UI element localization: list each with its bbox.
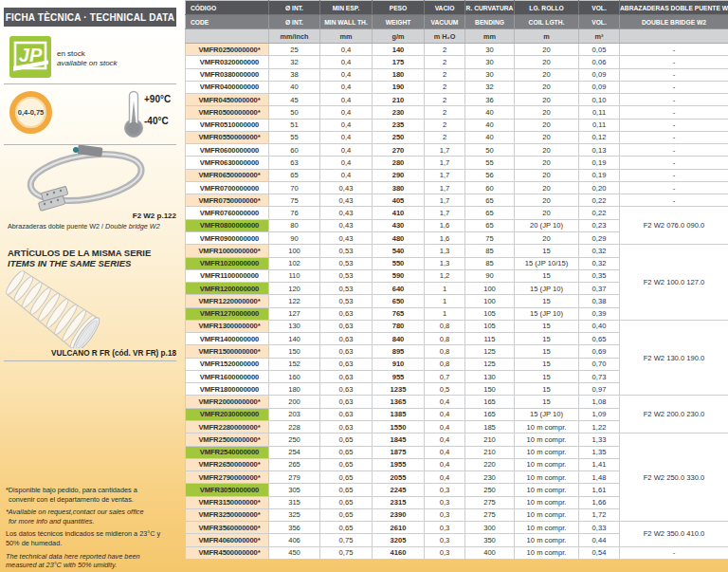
lg-rollo-cell: 10 m compr. [515,496,579,508]
vol-cell: 1,66 [579,496,620,508]
product-code-cell: VMFR0450000000* [186,94,269,106]
vol-cell: 0,65 [579,333,620,345]
min-esp-cell: 0,63 [320,358,373,370]
peso-cell: 480 [373,231,425,244]
vacio-cell: 1,3 [425,245,465,257]
diam-int-cell: 51 [269,119,320,131]
lg-rollo-cell: 15 [515,269,579,282]
peso-cell: 780 [373,320,425,332]
product-code-cell: VMFR0500000000* [186,106,269,119]
vacio-cell: 2 [425,119,465,131]
min-esp-cell: 0,43 [320,219,373,231]
table-row: VMFR1000000000*1000,535401,385150,32F2 W… [186,245,728,257]
curvatura-cell: 85 [465,257,515,269]
min-esp-cell: 0,4 [320,94,373,106]
vol-cell: 0,54 [579,546,620,559]
diam-int-cell: 122 [269,295,320,307]
diam-int-cell: 250 [269,434,320,446]
footnote-conditions-es: Los datos técnicos indicados se midieron… [6,529,182,547]
diam-int-cell: 45 [269,94,320,106]
peso-cell: 1385 [373,408,425,420]
vacio-cell: 0,4 [425,471,465,484]
vol-cell: 0,22 [579,194,620,207]
peso-cell: 895 [373,345,425,358]
pressure-range-label: 0,4-0,75 [18,108,45,117]
diam-int-cell: 305 [269,484,320,496]
product-code-cell: VMFR0400000000 [186,81,269,93]
min-esp-cell: 0,4 [320,119,373,131]
vacio-cell: 0,4 [425,396,465,408]
vol-cell: 1,33 [579,434,620,446]
clamp-reference: F2 W2 p.122 [133,212,176,220]
peso-cell: 270 [373,144,425,157]
vacio-cell: 1,3 [425,257,465,269]
table-row: VMFR2500000000*2500,6518450,421010 m com… [186,434,728,446]
lg-rollo-cell: 15 (JP 10/15) [515,257,579,269]
product-code-cell: VMFR1300000000* [186,320,269,332]
table-row: VMFR2000000000*2000,6313650,4165151,08F2… [186,396,728,408]
curvatura-cell: 150 [465,383,515,396]
col-min-esp-header-es: MIN ESP. [320,1,373,15]
col-diam-int-header-es: Ø INT. [269,1,320,15]
curvatura-cell: 30 [465,44,515,56]
lg-rollo-cell: 15 [515,345,579,358]
vol-cell: 0,12 [579,131,620,143]
vol-cell: 0,37 [579,283,620,295]
table-row: VMFR0400000000400,4190232200,09- [186,81,728,93]
diam-int-cell: 200 [269,396,320,408]
divider [4,83,176,84]
peso-cell: 180 [373,68,425,81]
curvatura-cell: 130 [465,370,515,382]
table-row: VMFR0450000000*450,4210236200,10- [186,94,728,106]
peso-cell: 290 [373,169,425,181]
min-esp-cell: 0,65 [320,434,373,446]
diam-int-cell: 102 [269,257,320,269]
sidebar: FICHA TÈCNICA · TECHNICAL DATA JP en sto… [0,0,185,572]
curvatura-cell: 85 [465,245,515,257]
lg-rollo-cell: 20 [515,106,579,119]
curvatura-cell: 30 [465,56,515,68]
clamp-reference-cell: - [620,119,728,131]
table-row: VMFR0380000000380,4180230200,09- [186,68,728,81]
hose-product-image [0,268,166,348]
peso-cell: 210 [373,94,425,106]
vacio-cell: 0,3 [425,522,465,534]
lg-rollo-cell: 15 [515,245,579,257]
vacio-cell: 2 [425,94,465,106]
curvatura-cell: 350 [465,534,515,546]
col-abrazaderas-unit [620,29,728,44]
diam-int-cell: 450 [269,546,320,559]
col-codigo-unit [186,29,269,44]
footnotes: *Disponible bajo pedido, para cantidades… [6,486,182,572]
min-esp-cell: 0,4 [320,144,373,157]
lg-rollo-cell: 20 (JP 10) [515,219,579,231]
vol-cell: 0,20 [579,181,620,194]
col-abrazaderas-header-es: ABRAZADERAS DOBLE PUENTE W2 [620,1,728,15]
min-esp-cell: 0,4 [320,169,373,181]
curvatura-cell: 250 [465,484,515,496]
clamp-reference-cell: - [620,56,728,68]
curvatura-cell: 100 [465,283,515,295]
vol-cell: 0,29 [579,231,620,244]
peso-cell: 590 [373,269,425,282]
peso-cell: 1550 [373,420,425,433]
clamp-reference-cell: - [620,106,728,119]
vol-cell: 0,73 [579,370,620,382]
col-vol-header-en: VOL. [579,15,620,29]
diam-int-cell: 25 [269,44,320,56]
curvatura-cell: 50 [465,144,515,157]
col-vol-header-es: VOL. [579,1,620,15]
page-title: FICHA TÈCNICA · TECHNICAL DATA [4,8,176,27]
diam-int-cell: 63 [269,157,320,169]
clamp-reference-cell: F2 W2 350.0 410.0 [620,522,728,547]
col-vacio-unit: m H₂O [425,29,465,44]
stock-note-en: available on stock [57,59,118,68]
diam-int-cell: 60 [269,144,320,157]
lg-rollo-cell: 15 [515,295,579,307]
footnote-availability-es: *Disponible bajo pedido, para cantidades… [6,486,182,504]
peso-cell: 640 [373,283,425,295]
lg-rollo-cell: 20 [515,44,579,56]
clamp-reference-cell: F2 W2 076.0 090.0 [620,207,728,245]
diam-int-cell: 90 [269,231,320,244]
pressure-range-badge: 0,4-0,75 [9,91,52,134]
